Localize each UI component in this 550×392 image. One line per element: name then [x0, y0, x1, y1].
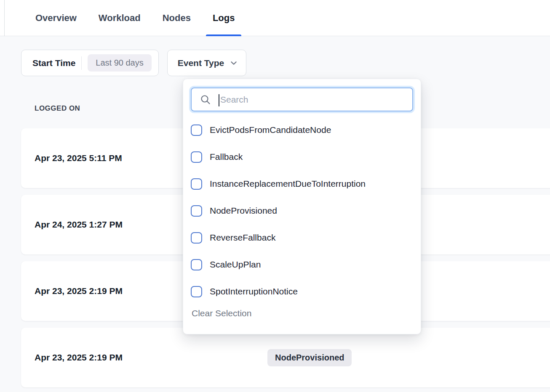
table-row[interactable]: Apr 23, 2025 2:19 PM NodeProvisioned [21, 328, 550, 387]
event-type-option-label: InstanceReplacementDueToInterruption [210, 179, 366, 189]
tab-nodes[interactable]: Nodes [162, 0, 192, 36]
header: Overview Workload Nodes Logs [0, 0, 550, 36]
event-type-option-list: EvictPodsFromCandidateNode Fallback Inst… [191, 117, 413, 305]
event-type-option-label: ScaleUpPlan [210, 260, 261, 270]
tab-bar: Overview Workload Nodes Logs [35, 0, 235, 36]
checkbox[interactable] [191, 205, 202, 217]
start-time-label: Start Time [32, 58, 75, 68]
start-time-filter[interactable]: Start Time Last 90 days [21, 50, 159, 76]
tab-overview[interactable]: Overview [35, 0, 77, 36]
event-type-option-label: NodeProvisioned [210, 206, 277, 216]
search-input[interactable] [192, 88, 412, 111]
text-caret [219, 94, 219, 106]
column-header-logged-on: LOGGED ON [35, 104, 80, 113]
checkbox[interactable] [191, 232, 202, 244]
event-type-filter[interactable]: Event Type [167, 50, 246, 76]
event-type-option[interactable]: EvictPodsFromCandidateNode [191, 117, 413, 143]
event-type-dropdown: EvictPodsFromCandidateNode Fallback Inst… [183, 79, 421, 334]
logged-on-cell: Apr 23, 2025 2:19 PM [35, 352, 267, 363]
tab-logs[interactable]: Logs [212, 0, 236, 36]
event-type-option[interactable]: ReverseFallback [191, 224, 413, 251]
event-type-label: Event Type [178, 58, 224, 68]
event-type-option[interactable]: InstanceReplacementDueToInterruption [191, 170, 413, 197]
filter-bar: Start Time Last 90 days Event Type [21, 50, 246, 76]
event-type-option[interactable]: NodeProvisioned [191, 197, 413, 224]
event-type-option-label: EvictPodsFromCandidateNode [210, 125, 331, 135]
chevron-down-icon [230, 59, 238, 67]
filter-divider [81, 56, 82, 70]
start-time-value[interactable]: Last 90 days [88, 54, 151, 72]
checkbox[interactable] [191, 259, 202, 270]
logs-page: Start Time Last 90 days Event Type LOGGE… [0, 36, 550, 392]
event-type-option[interactable]: SpotInterruptionNotice [191, 278, 413, 305]
clear-selection-link[interactable]: Clear Selection [191, 308, 251, 318]
checkbox[interactable] [191, 286, 202, 297]
event-type-option-label: SpotInterruptionNotice [210, 286, 298, 297]
checkbox[interactable] [191, 178, 202, 190]
event-type-option[interactable]: Fallback [191, 143, 413, 170]
checkbox[interactable] [191, 124, 202, 136]
dropdown-search [191, 87, 413, 111]
tab-workload[interactable]: Workload [98, 0, 142, 36]
event-type-option-label: ReverseFallback [210, 233, 275, 243]
event-type-option[interactable]: ScaleUpPlan [191, 251, 413, 278]
checkbox[interactable] [191, 151, 202, 163]
event-type-badge: NodeProvisioned [267, 349, 352, 366]
event-type-option-label: Fallback [210, 152, 243, 162]
search-icon [200, 94, 211, 105]
left-divider [4, 0, 5, 36]
